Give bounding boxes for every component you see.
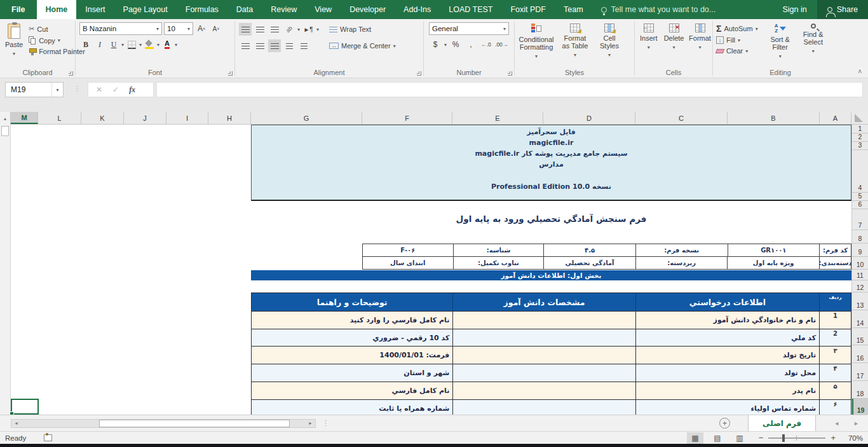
meta-form-code-label[interactable]: كد فرم: — [819, 244, 851, 257]
form-title-cell[interactable]: فرم سنجش آمادگي تحصيلي ورود به پايه اول — [251, 209, 851, 228]
page-break-view-button[interactable]: ▥ — [731, 432, 748, 444]
table-header-row-no[interactable]: رديف — [819, 293, 851, 311]
row-header-6[interactable]: 6 — [852, 201, 868, 209]
zoom-slider-thumb[interactable] — [782, 434, 785, 442]
wrap-text-button[interactable]: Wrap Text — [327, 24, 373, 34]
tab-home[interactable]: Home — [37, 0, 77, 19]
conditional-formatting-button[interactable]: Conditional Formatting ▾ — [516, 21, 557, 66]
decrease-decimal-button[interactable]: .00→ — [495, 38, 508, 51]
currency-dropdown-arrow[interactable]: ▾ — [444, 42, 447, 48]
delete-cells-button[interactable]: Delete ▾ — [661, 21, 687, 66]
column-header-c[interactable]: C — [635, 112, 728, 124]
tell-me-box[interactable]: Tell me what you want to do... — [601, 0, 716, 19]
column-header-e[interactable]: E — [452, 112, 543, 124]
value-cell[interactable] — [452, 346, 635, 364]
column-header-m[interactable]: M — [11, 112, 38, 124]
row-header-1[interactable]: 1 — [852, 125, 868, 134]
row-header-14[interactable]: 14 — [852, 310, 868, 328]
table-header-requested[interactable]: اطلاعات درخواستي — [635, 293, 819, 311]
page-layout-view-button[interactable]: ▤ — [709, 432, 726, 444]
meta-category-value[interactable]: ويژه پايه اول — [727, 257, 819, 270]
merge-center-button[interactable]: ↔ Merge & Center ▾ — [327, 41, 398, 51]
font-name-combo[interactable]: B Nazanin▾ — [79, 22, 162, 35]
zoom-level[interactable]: 70% — [841, 434, 863, 442]
meta-id-label[interactable]: شناسه: — [453, 244, 544, 257]
meta-frequency-value[interactable]: ابتدای سال — [363, 257, 453, 270]
column-header-h[interactable]: H — [208, 112, 251, 124]
sign-in-button[interactable]: Sign in — [772, 0, 817, 19]
tab-file[interactable]: File — [0, 0, 37, 19]
column-header-f[interactable]: F — [362, 112, 452, 124]
note-cell[interactable]: نام كامل فارسي را وارد كنيد — [252, 311, 452, 329]
formula-input[interactable] — [156, 82, 863, 97]
bold-button[interactable]: B — [79, 38, 92, 51]
row-header-11[interactable]: 11 — [852, 270, 868, 280]
fill-color-dropdown-arrow[interactable]: ▾ — [157, 42, 159, 48]
requested-cell[interactable]: محل تولد — [635, 364, 819, 382]
note-cell[interactable]: نام كامل فارسي — [252, 382, 452, 399]
meta-form-code-value[interactable]: GR۱۰۰۱ — [728, 244, 820, 257]
requested-cell[interactable]: نام و نام خانوادگي دانش آموز — [635, 311, 819, 329]
alignment-dialog-launcher[interactable] — [417, 71, 421, 76]
zoom-in-button[interactable]: + — [831, 433, 836, 443]
increase-font-size-button[interactable]: A˄ — [195, 22, 208, 35]
row-number-cell[interactable]: ۶ — [819, 399, 851, 415]
meta-version-value[interactable]: ۴.۵ — [543, 244, 635, 257]
comma-button[interactable]: , — [465, 38, 477, 51]
row-number-cell[interactable]: ۴ — [819, 364, 851, 382]
scroll-left-arrow-icon[interactable]: ◄ — [11, 420, 21, 427]
meta-subcategory-value[interactable]: آمادگي تحصيلي — [543, 257, 635, 270]
borders-dropdown-arrow[interactable]: ▾ — [139, 42, 142, 48]
horizontal-scrollbar[interactable]: ◄ ► — [11, 419, 316, 428]
tab-add-ins[interactable]: Add-Ins — [395, 0, 440, 19]
row-header-10[interactable]: 10 — [852, 257, 868, 270]
vertical-scroll-up-button[interactable]: ▲ — [0, 112, 11, 125]
column-header-d[interactable]: D — [543, 112, 635, 124]
font-color-button[interactable]: A — [161, 38, 173, 51]
column-header-j[interactable]: J — [124, 112, 166, 124]
insert-function-icon[interactable]: fx — [129, 85, 135, 95]
zoom-slider[interactable] — [768, 437, 825, 439]
row-header-13[interactable]: 13 — [852, 292, 868, 310]
insert-cells-button[interactable]: Insert ▾ — [636, 21, 661, 66]
header-block-cell[interactable]: فایل سحرآمیز magicfile.ir سیستم جامع مدی… — [251, 125, 851, 201]
column-header-b[interactable]: B — [728, 112, 820, 124]
next-sheet-icon[interactable]: ► — [853, 420, 859, 427]
column-header-g[interactable]: G — [251, 112, 362, 124]
requested-cell[interactable]: تاريخ تولد — [635, 346, 819, 364]
section-banner-cell[interactable]: بخش اول: اطلاعات دانش آموز — [251, 270, 851, 280]
requested-cell[interactable]: كد ملي — [635, 329, 819, 346]
align-right-button[interactable] — [268, 39, 281, 52]
row-header-4[interactable]: 4 — [852, 150, 868, 193]
note-cell[interactable]: شهر و استان — [252, 364, 452, 382]
vertical-scrollbar-thumb[interactable] — [1, 126, 9, 136]
selected-cell-m19[interactable] — [11, 399, 39, 415]
horizontal-scrollbar-thumb[interactable] — [99, 420, 290, 427]
name-box-dropdown-arrow[interactable]: ▾ — [51, 83, 63, 97]
clipboard-dialog-launcher[interactable] — [69, 71, 73, 76]
previous-sheet-icon[interactable]: ◄ — [834, 420, 839, 427]
orientation-button[interactable]: ab — [280, 20, 298, 38]
align-center-button[interactable] — [254, 39, 266, 52]
zoom-out-button[interactable]: − — [759, 433, 764, 443]
row-header-7[interactable]: 7 — [852, 209, 868, 230]
row-number-cell[interactable]: ۳ — [819, 346, 851, 364]
record-macro-icon[interactable] — [44, 434, 52, 441]
row-header-16[interactable]: 16 — [852, 345, 868, 363]
value-cell[interactable] — [452, 329, 635, 346]
italic-button[interactable]: I — [93, 38, 106, 51]
tab-bar-splitter-dots[interactable]: ⋮ — [322, 419, 329, 427]
requested-cell[interactable]: شماره تماس اولياء — [635, 399, 819, 415]
note-cell[interactable]: شماره همراه يا ثابت — [252, 399, 452, 415]
increase-decimal-button[interactable]: ←.0 — [480, 38, 492, 51]
fill-color-button[interactable] — [143, 38, 156, 51]
table-header-specs[interactable]: مشخصات دانش آموز — [452, 293, 635, 311]
row-number-cell[interactable]: ۵ — [819, 382, 851, 399]
borders-button[interactable] — [125, 38, 138, 51]
note-cell[interactable]: فرمت: 1400/01/01 — [252, 346, 452, 364]
autosum-button[interactable]: ΣAutoSum▾ — [714, 23, 760, 34]
value-cell[interactable] — [452, 364, 635, 382]
number-dialog-launcher[interactable] — [508, 71, 512, 76]
font-dialog-launcher[interactable] — [228, 71, 233, 76]
tab-insert[interactable]: Insert — [76, 0, 114, 19]
